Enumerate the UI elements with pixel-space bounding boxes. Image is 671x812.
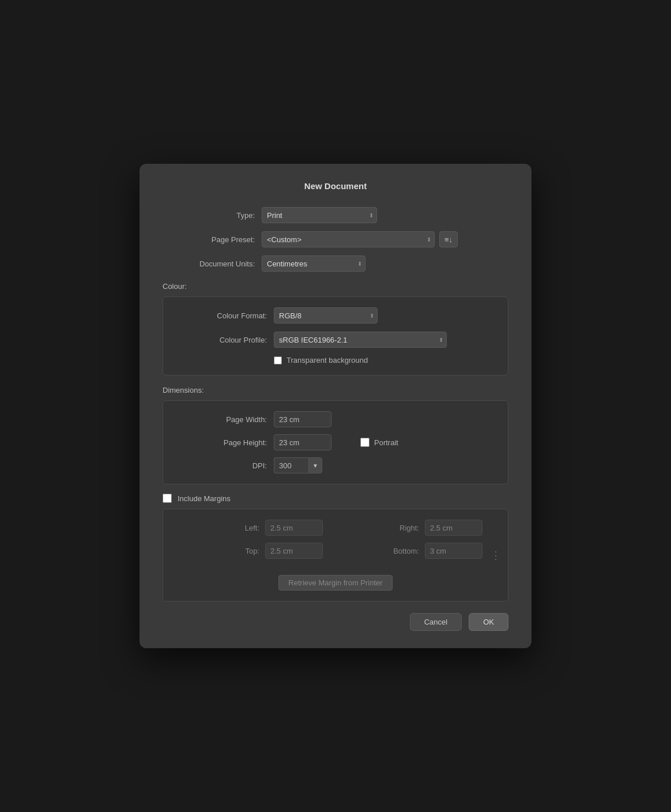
include-margins-label[interactable]: Include Margins [178,494,231,503]
new-document-dialog: New Document Type: Print Web Device Page… [140,164,531,648]
document-units-select[interactable]: Centimetres Millimetres Inches Pixels [262,255,365,272]
colour-profile-select-wrapper[interactable]: sRGB IEC61966-2.1 [274,332,447,348]
dimension-inputs: Page Width: Page Height: DPI: ▼ [175,411,331,473]
dpi-wrapper: ▼ [274,457,322,473]
page-preset-label: Page Preset: [163,235,255,244]
dimensions-section-label: Dimensions: [163,386,508,394]
document-units-select-wrapper[interactable]: Centimetres Millimetres Inches Pixels [262,255,365,272]
margin-left-input[interactable] [265,520,323,536]
colour-profile-label: Colour Profile: [175,336,267,344]
margin-left-row: Left: [175,520,323,536]
page-width-label: Page Width: [175,415,267,424]
dpi-row: DPI: ▼ [175,457,331,473]
type-select[interactable]: Print Web Device [262,207,377,223]
transparent-background-label[interactable]: Transparent background [287,356,368,364]
document-units-row: Document Units: Centimetres Millimetres … [163,255,508,272]
transparent-background-checkbox[interactable] [274,356,282,364]
colour-format-select[interactable]: RGB/8 CMYK/8 LAB/8 Greyscale/8 [274,307,378,324]
page-width-row: Page Width: [175,411,331,427]
margin-left-label: Left: [231,524,259,532]
margin-right-label: Right: [390,524,419,532]
colour-profile-row: Colour Profile: sRGB IEC61966-2.1 [175,332,496,348]
colour-section-box: Colour Format: RGB/8 CMYK/8 LAB/8 Greysc… [163,296,508,375]
page-width-input[interactable] [274,411,331,427]
dimensions-section-box: Page Width: Page Height: DPI: ▼ Por [163,400,508,484]
dpi-label: DPI: [175,461,267,470]
ok-button[interactable]: OK [469,613,508,631]
preset-controls: <Custom> ≡↓ [262,231,458,247]
retrieve-margin-button[interactable]: Retrieve Margin from Printer [278,575,392,591]
type-select-wrapper[interactable]: Print Web Device [262,207,377,223]
margin-bottom-input[interactable] [425,543,482,559]
portrait-checkbox[interactable] [360,438,370,447]
type-label: Type: [163,211,255,220]
page-height-label: Page Height: [175,438,267,447]
colour-section-label: Colour: [163,282,508,291]
cancel-button[interactable]: Cancel [410,613,462,631]
page-preset-select-wrapper[interactable]: <Custom> [262,231,435,247]
margin-bottom-label: Bottom: [390,547,419,555]
margin-right-row: Right: [334,520,482,536]
portrait-row: Portrait [360,438,398,447]
include-margins-row: Include Margins [163,494,508,503]
margin-top-input[interactable] [265,543,323,559]
include-margins-checkbox[interactable] [163,494,172,503]
preset-menu-icon: ≡↓ [444,235,453,244]
colour-profile-select[interactable]: sRGB IEC61966-2.1 [274,332,447,348]
transparent-bg-row: Transparent background [274,356,496,364]
page-height-row: Page Height: [175,434,331,450]
page-height-input[interactable] [274,434,331,450]
dpi-input[interactable] [274,457,308,473]
dpi-dropdown-button[interactable]: ▼ [308,457,322,473]
margin-bottom-row: Bottom: [334,543,482,559]
type-row: Type: Print Web Device [163,207,508,223]
link-margins-icon: ⋮ [491,550,501,561]
colour-format-row: Colour Format: RGB/8 CMYK/8 LAB/8 Greysc… [175,307,496,324]
margin-right-input[interactable] [425,520,482,536]
colour-format-label: Colour Format: [175,311,267,320]
margin-top-label: Top: [231,547,259,555]
page-preset-row: Page Preset: <Custom> ≡↓ [163,231,508,247]
dialog-footer: Cancel OK [163,613,508,631]
margins-section-box: Left: Right: Top: Bottom: ⋮ [163,509,508,602]
colour-format-select-wrapper[interactable]: RGB/8 CMYK/8 LAB/8 Greyscale/8 [274,307,378,324]
document-units-label: Document Units: [163,260,255,268]
margin-top-row: Top: [175,543,323,559]
preset-menu-button[interactable]: ≡↓ [439,231,458,247]
dialog-title: New Document [163,181,508,191]
page-preset-select[interactable]: <Custom> [262,231,435,247]
portrait-label[interactable]: Portrait [374,438,398,447]
